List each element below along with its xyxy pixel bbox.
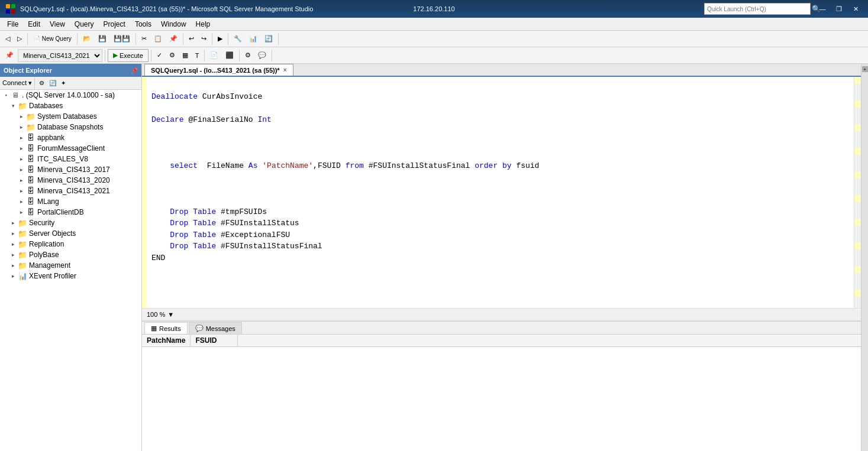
menu-query[interactable]: Query	[70, 19, 99, 30]
menu-help[interactable]: Help	[191, 19, 215, 30]
app-icon	[5, 3, 17, 15]
tree-server-objects[interactable]: ▸ 📁 Server Objects	[0, 228, 141, 239]
tb-forward-button[interactable]: ▷	[14, 33, 25, 46]
tree-portal-client[interactable]: ▸ 🗄 PortalClientDB	[0, 207, 141, 218]
tb-comment-button[interactable]: 💬	[255, 49, 269, 62]
oe-refresh-button[interactable]: 🔄	[47, 77, 58, 90]
replication-expander[interactable]: ▸	[8, 241, 18, 247]
tb-copy-button[interactable]: 📋	[151, 33, 165, 46]
tb-paste-button[interactable]: 📌	[166, 33, 180, 46]
tb-save-button[interactable]: 💾	[95, 33, 109, 46]
tree-system-databases[interactable]: ▸ 📁 System Databases	[0, 111, 141, 122]
tb-newquery-button[interactable]: 📄 New Query	[30, 33, 75, 46]
m2017-expander[interactable]: ▸	[17, 167, 26, 173]
appbank-expander[interactable]: ▸	[17, 135, 26, 141]
tab-close-button[interactable]: ×	[283, 67, 287, 73]
tree-minerva2017[interactable]: ▸ 🗄 Minerva_CIS413_2017	[0, 164, 141, 175]
close-button[interactable]: ✕	[848, 3, 863, 15]
tb-pin-button[interactable]: 📌	[2, 49, 17, 62]
rs-plus-button[interactable]: +	[862, 66, 868, 72]
tree-forum-msg[interactable]: ▸ 🗄 ForumMessageClient	[0, 143, 141, 154]
zoom-arrow[interactable]: ▼	[167, 311, 174, 318]
tb-saveall-button[interactable]: 💾💾	[111, 33, 133, 46]
tb-debug-button[interactable]: ▶	[215, 33, 225, 46]
oe-new-button[interactable]: ✦	[59, 77, 67, 90]
tb-cut-button[interactable]: ✂	[138, 33, 150, 46]
tree-databases[interactable]: ▾ 📁 Databases	[0, 100, 141, 111]
connect-label[interactable]: Connect ▾	[2, 79, 32, 87]
oe-filter-button[interactable]: ⚙	[37, 77, 46, 90]
tree-mlang[interactable]: ▸ 🗄 MLang	[0, 196, 141, 207]
server-expander[interactable]: ▪	[1, 92, 11, 98]
line-indicator	[142, 77, 147, 308]
tb-open-button[interactable]: 📂	[80, 33, 94, 46]
tree-db-snapshots[interactable]: ▸ 📁 Database Snapshots	[0, 122, 141, 132]
snapshots-expander[interactable]: ▸	[17, 124, 26, 130]
database-dropdown[interactable]: Minerva_CIS413_2021	[18, 49, 102, 62]
tree-xevent[interactable]: ▸ 📊 XEvent Profiler	[0, 271, 141, 281]
tb-redo-button[interactable]: ↪	[198, 33, 209, 46]
forum-expander[interactable]: ▸	[17, 145, 26, 151]
tree-itc-sales[interactable]: ▸ 🗄 ITC_SALES_V8	[0, 154, 141, 164]
quick-launch-area[interactable]: 🔍	[704, 3, 821, 15]
menu-view[interactable]: View	[45, 19, 70, 30]
results-tab-label: Results	[159, 325, 181, 332]
zoom-level: 100 %	[147, 311, 165, 318]
main-layout: Object Explorer 📌 Connect ▾ ⚙ 🔄 ✦ ▪ 🖥 . …	[0, 64, 868, 451]
tree-appbank[interactable]: ▸ 🗄 appbank	[0, 132, 141, 143]
tree-server-node[interactable]: ▪ 🖥 . (SQL Server 14.0.1000 - sa)	[0, 90, 141, 100]
messages-icon: 💬	[195, 325, 204, 332]
tree-minerva2021[interactable]: ▸ 🗄 Minerva_CIS413_2021	[0, 186, 141, 196]
tb-filter-button[interactable]: 🔧	[231, 33, 245, 46]
m2021-expander[interactable]: ▸	[17, 188, 26, 194]
polybase-expander[interactable]: ▸	[8, 252, 18, 258]
portal-expander[interactable]: ▸	[17, 209, 26, 215]
itcsales-expander[interactable]: ▸	[17, 156, 26, 162]
m2020-expander[interactable]: ▸	[17, 177, 26, 183]
tree-management[interactable]: ▸ 📁 Management	[0, 260, 141, 271]
menu-tools[interactable]: Tools	[130, 19, 156, 30]
code-content[interactable]: Deallocate CurAbsInvoice Declare @FinalS…	[147, 77, 854, 308]
quick-launch-input[interactable]	[704, 3, 811, 15]
tree-replication[interactable]: ▸ 📁 Replication	[0, 239, 141, 249]
serverobj-expander[interactable]: ▸	[8, 231, 18, 236]
menu-file[interactable]: File	[2, 19, 23, 30]
results-tab-results[interactable]: ▦ Results	[144, 322, 188, 334]
management-icon: 📁	[18, 261, 27, 270]
tree-polybase[interactable]: ▸ 📁 PolyBase	[0, 249, 141, 260]
tb-check-button[interactable]: ✓	[154, 49, 165, 62]
tb-undo-button[interactable]: ↩	[186, 33, 197, 46]
tb-include-button[interactable]: ⬛	[222, 49, 237, 62]
results-content: PatchName FSUID	[142, 335, 861, 451]
tb-sort-button[interactable]: 📊	[246, 33, 260, 46]
menu-window[interactable]: Window	[156, 19, 191, 30]
tb-settings-button[interactable]: ⚙	[242, 49, 254, 62]
tb-back-button[interactable]: ◁	[2, 33, 13, 46]
tree-security[interactable]: ▸ 📁 Security	[0, 218, 141, 228]
databases-folder-icon: 📁	[18, 101, 27, 111]
menu-project[interactable]: Project	[99, 19, 130, 30]
maximize-button[interactable]: ❐	[831, 3, 847, 15]
menu-edit[interactable]: Edit	[23, 19, 45, 30]
editor-tab-active[interactable]: SQLQuery1.sql - (lo...S413_2021 (sa (55)…	[144, 64, 293, 76]
search-icon: 🔍	[812, 5, 821, 13]
management-expander[interactable]: ▸	[8, 262, 18, 268]
tree-minerva2020[interactable]: ▸ 🗄 Minerva_CIS413_2020	[0, 175, 141, 186]
tb-refresh-button[interactable]: 🔄	[262, 33, 276, 46]
databases-expander[interactable]: ▾	[8, 103, 18, 109]
xevent-expander[interactable]: ▸	[8, 273, 18, 279]
tb-parse-button[interactable]: ⚙	[166, 49, 178, 62]
mlang-expander[interactable]: ▸	[17, 199, 26, 205]
execute-button[interactable]: ▶ Execute	[108, 49, 149, 62]
sysdb-label: System Databases	[37, 112, 97, 121]
tb-grid-button[interactable]: ▦	[179, 49, 191, 62]
results-tab-messages[interactable]: 💬 Messages	[189, 322, 242, 334]
execute-play-icon: ▶	[113, 51, 118, 59]
tb-text-button[interactable]: T	[192, 49, 202, 62]
security-expander[interactable]: ▸	[8, 220, 18, 226]
code-scrollbar[interactable]	[854, 77, 861, 308]
sysdb-expander[interactable]: ▸	[17, 113, 26, 119]
replication-icon: 📁	[18, 239, 27, 249]
m2017-label: Minerva_CIS413_2017	[37, 166, 110, 174]
tb-results-button[interactable]: 📄	[207, 49, 221, 62]
